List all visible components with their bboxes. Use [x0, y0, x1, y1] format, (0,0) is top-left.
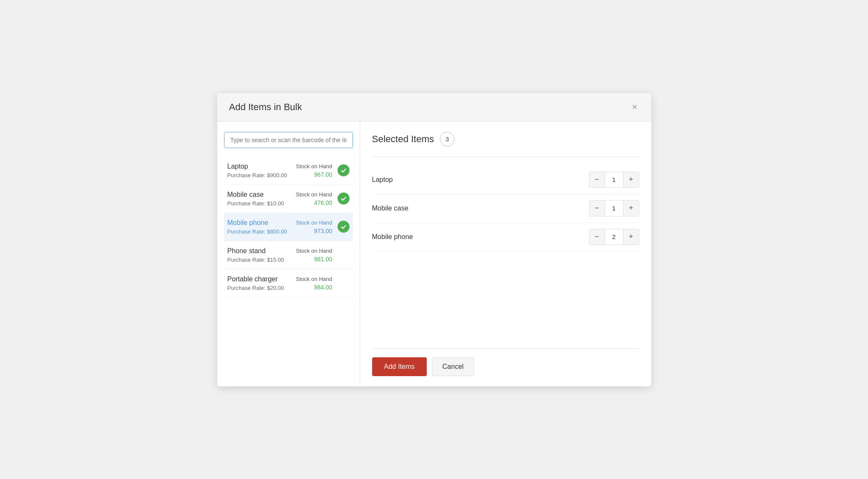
- list-item[interactable]: Mobile phonePurchase Rate: $800.00Stock …: [224, 213, 353, 241]
- decrement-button[interactable]: −: [589, 172, 605, 187]
- modal: Add Items in Bulk × LaptopPurchase Rate:…: [217, 93, 651, 386]
- close-button[interactable]: ×: [630, 102, 639, 112]
- stock-label: Stock on Hand: [296, 219, 332, 226]
- increment-button[interactable]: +: [623, 229, 639, 245]
- list-item[interactable]: Portable chargerPurchase Rate: $20.00Sto…: [224, 269, 353, 298]
- stock-value: 981.00: [314, 256, 332, 263]
- stock-value: 967.00: [314, 171, 332, 178]
- cancel-button[interactable]: Cancel: [432, 357, 475, 376]
- item-name: Mobile case: [227, 191, 284, 199]
- item-rate: Purchase Rate: $20.00: [227, 285, 284, 291]
- stock-value: 476.00: [314, 199, 332, 206]
- right-panel: Selected Items 3 Laptop−+Mobile case−+Mo…: [360, 122, 651, 386]
- modal-footer: Add Items Cancel: [372, 348, 639, 376]
- list-item[interactable]: Mobile casePurchase Rate: $10.00Stock on…: [224, 185, 353, 213]
- item-name: Mobile phone: [227, 219, 287, 227]
- quantity-input[interactable]: [605, 229, 623, 245]
- item-name: Laptop: [227, 163, 287, 170]
- stock-value: 984.00: [314, 284, 332, 291]
- item-list: LaptopPurchase Rate: $900.00Stock on Han…: [224, 157, 353, 386]
- selected-item-row: Mobile phone−+: [372, 223, 639, 251]
- stock-value: 973.00: [314, 228, 332, 234]
- increment-button[interactable]: +: [623, 201, 639, 216]
- selected-item-row: Laptop−+: [372, 166, 639, 194]
- stock-label: Stock on Hand: [296, 276, 332, 282]
- selected-header: Selected Items 3: [372, 132, 639, 146]
- modal-title: Add Items in Bulk: [229, 102, 302, 113]
- quantity-control: −+: [589, 229, 639, 245]
- selected-item-row: Mobile case−+: [372, 194, 639, 223]
- item-name: Phone stand: [227, 247, 284, 255]
- list-item[interactable]: Phone standPurchase Rate: $15.00Stock on…: [224, 241, 353, 269]
- increment-button[interactable]: +: [623, 172, 639, 187]
- stock-label: Stock on Hand: [296, 191, 332, 198]
- quantity-control: −+: [589, 200, 639, 216]
- list-item[interactable]: LaptopPurchase Rate: $900.00Stock on Han…: [224, 157, 353, 185]
- selected-count-badge: 3: [440, 132, 454, 146]
- item-rate: Purchase Rate: $15.00: [227, 257, 284, 263]
- stock-label: Stock on Hand: [296, 163, 332, 169]
- quantity-input[interactable]: [605, 201, 623, 216]
- selected-divider: [372, 157, 639, 157]
- stock-label: Stock on Hand: [296, 248, 332, 254]
- item-rate: Purchase Rate: $800.00: [227, 228, 287, 235]
- modal-body: LaptopPurchase Rate: $900.00Stock on Han…: [217, 122, 651, 386]
- modal-header: Add Items in Bulk ×: [217, 93, 651, 122]
- search-input[interactable]: [224, 132, 353, 148]
- selected-items-list: Laptop−+Mobile case−+Mobile phone−+: [372, 166, 639, 251]
- left-panel: LaptopPurchase Rate: $900.00Stock on Han…: [217, 122, 360, 386]
- selected-item-name: Mobile case: [372, 204, 408, 212]
- selected-item-name: Laptop: [372, 176, 393, 184]
- check-icon: [338, 164, 350, 176]
- item-name: Portable charger: [227, 275, 284, 283]
- selected-item-name: Mobile phone: [372, 233, 413, 241]
- check-icon: [338, 193, 350, 204]
- item-rate: Purchase Rate: $900.00: [227, 172, 287, 178]
- decrement-button[interactable]: −: [589, 229, 605, 245]
- item-rate: Purchase Rate: $10.00: [227, 200, 284, 207]
- selected-items-title: Selected Items: [372, 134, 434, 145]
- quantity-control: −+: [589, 172, 639, 188]
- quantity-input[interactable]: [605, 172, 623, 187]
- add-items-button[interactable]: Add Items: [372, 357, 427, 376]
- check-icon: [338, 221, 350, 233]
- decrement-button[interactable]: −: [589, 201, 605, 216]
